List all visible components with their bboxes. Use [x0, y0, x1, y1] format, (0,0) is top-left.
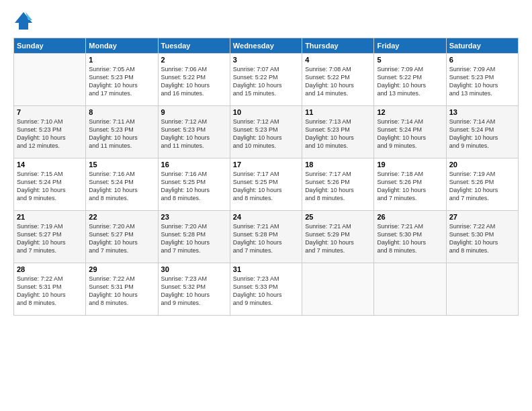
calendar-cell: 11Sunrise: 7:13 AM Sunset: 5:23 PM Dayli… — [302, 106, 374, 158]
day-info: Sunrise: 7:06 AM Sunset: 5:22 PM Dayligh… — [161, 65, 227, 98]
day-info: Sunrise: 7:20 AM Sunset: 5:28 PM Dayligh… — [161, 222, 227, 255]
day-number: 21 — [17, 213, 83, 221]
calendar-cell: 26Sunrise: 7:21 AM Sunset: 5:30 PM Dayli… — [374, 211, 446, 263]
calendar-cell: 15Sunrise: 7:16 AM Sunset: 5:24 PM Dayli… — [86, 158, 158, 211]
calendar-cell: 25Sunrise: 7:21 AM Sunset: 5:29 PM Dayli… — [302, 211, 374, 263]
day-info: Sunrise: 7:23 AM Sunset: 5:33 PM Dayligh… — [233, 275, 299, 308]
day-number: 1 — [89, 56, 154, 64]
weekday-header: Sunday — [14, 38, 86, 54]
calendar-cell: 2Sunrise: 7:06 AM Sunset: 5:22 PM Daylig… — [158, 54, 230, 106]
weekday-header: Tuesday — [158, 38, 230, 54]
day-number: 5 — [377, 56, 443, 64]
day-number: 6 — [449, 56, 515, 64]
day-number: 31 — [233, 265, 299, 273]
calendar-cell: 20Sunrise: 7:19 AM Sunset: 5:26 PM Dayli… — [446, 158, 518, 211]
day-number: 3 — [233, 56, 299, 64]
calendar-cell: 17Sunrise: 7:17 AM Sunset: 5:25 PM Dayli… — [230, 158, 302, 211]
calendar-cell: 6Sunrise: 7:09 AM Sunset: 5:23 PM Daylig… — [446, 54, 518, 106]
day-info: Sunrise: 7:13 AM Sunset: 5:23 PM Dayligh… — [305, 118, 371, 150]
day-info: Sunrise: 7:17 AM Sunset: 5:25 PM Dayligh… — [233, 170, 299, 203]
calendar-cell: 21Sunrise: 7:19 AM Sunset: 5:27 PM Dayli… — [14, 211, 86, 263]
svg-marker-0 — [15, 12, 32, 30]
day-info: Sunrise: 7:09 AM Sunset: 5:23 PM Dayligh… — [449, 65, 515, 98]
day-info: Sunrise: 7:14 AM Sunset: 5:24 PM Dayligh… — [449, 118, 515, 150]
calendar-cell: 12Sunrise: 7:14 AM Sunset: 5:24 PM Dayli… — [374, 106, 446, 158]
calendar-cell — [14, 54, 86, 106]
weekday-header: Wednesday — [230, 38, 302, 54]
calendar-cell: 16Sunrise: 7:16 AM Sunset: 5:25 PM Dayli… — [158, 158, 230, 211]
calendar-cell: 29Sunrise: 7:22 AM Sunset: 5:31 PM Dayli… — [86, 263, 158, 316]
calendar-week-row: 28Sunrise: 7:22 AM Sunset: 5:31 PM Dayli… — [14, 263, 519, 316]
day-info: Sunrise: 7:09 AM Sunset: 5:22 PM Dayligh… — [377, 65, 443, 98]
day-number: 24 — [233, 213, 299, 221]
day-number: 28 — [17, 265, 83, 273]
calendar-cell: 1Sunrise: 7:05 AM Sunset: 5:23 PM Daylig… — [86, 54, 158, 106]
day-number: 9 — [161, 108, 227, 116]
day-info: Sunrise: 7:22 AM Sunset: 5:30 PM Dayligh… — [449, 222, 515, 255]
day-number: 25 — [305, 213, 371, 221]
day-number: 4 — [305, 56, 371, 64]
calendar-cell — [302, 263, 374, 316]
calendar-cell: 14Sunrise: 7:15 AM Sunset: 5:24 PM Dayli… — [14, 158, 86, 211]
day-info: Sunrise: 7:22 AM Sunset: 5:31 PM Dayligh… — [89, 275, 154, 308]
weekday-header: Saturday — [446, 38, 518, 54]
day-number: 27 — [449, 213, 515, 221]
calendar-cell — [446, 263, 518, 316]
calendar-header-row: SundayMondayTuesdayWednesdayThursdayFrid… — [14, 38, 519, 54]
weekday-header: Thursday — [302, 38, 374, 54]
calendar-cell: 31Sunrise: 7:23 AM Sunset: 5:33 PM Dayli… — [230, 263, 302, 316]
day-info: Sunrise: 7:16 AM Sunset: 5:24 PM Dayligh… — [89, 170, 154, 203]
day-info: Sunrise: 7:11 AM Sunset: 5:23 PM Dayligh… — [89, 118, 154, 150]
day-info: Sunrise: 7:18 AM Sunset: 5:26 PM Dayligh… — [377, 170, 443, 203]
calendar-week-row: 14Sunrise: 7:15 AM Sunset: 5:24 PM Dayli… — [14, 158, 519, 211]
header — [13, 11, 519, 31]
calendar-cell: 3Sunrise: 7:07 AM Sunset: 5:22 PM Daylig… — [230, 54, 302, 106]
day-number: 16 — [161, 161, 227, 169]
day-number: 17 — [233, 161, 299, 169]
day-info: Sunrise: 7:14 AM Sunset: 5:24 PM Dayligh… — [377, 118, 443, 150]
calendar-cell — [374, 263, 446, 316]
day-number: 19 — [377, 161, 443, 169]
calendar-cell: 18Sunrise: 7:17 AM Sunset: 5:26 PM Dayli… — [302, 158, 374, 211]
weekday-header: Monday — [86, 38, 158, 54]
day-number: 22 — [89, 213, 154, 221]
calendar-cell: 22Sunrise: 7:20 AM Sunset: 5:27 PM Dayli… — [86, 211, 158, 263]
day-info: Sunrise: 7:16 AM Sunset: 5:25 PM Dayligh… — [161, 170, 227, 203]
calendar-cell: 5Sunrise: 7:09 AM Sunset: 5:22 PM Daylig… — [374, 54, 446, 106]
day-info: Sunrise: 7:19 AM Sunset: 5:27 PM Dayligh… — [17, 222, 83, 255]
day-number: 18 — [305, 161, 371, 169]
day-info: Sunrise: 7:15 AM Sunset: 5:24 PM Dayligh… — [17, 170, 83, 203]
day-number: 2 — [161, 56, 227, 64]
day-info: Sunrise: 7:12 AM Sunset: 5:23 PM Dayligh… — [233, 118, 299, 150]
day-info: Sunrise: 7:21 AM Sunset: 5:30 PM Dayligh… — [377, 222, 443, 255]
day-info: Sunrise: 7:22 AM Sunset: 5:31 PM Dayligh… — [17, 275, 83, 308]
day-info: Sunrise: 7:19 AM Sunset: 5:26 PM Dayligh… — [449, 170, 515, 203]
calendar-cell: 23Sunrise: 7:20 AM Sunset: 5:28 PM Dayli… — [158, 211, 230, 263]
day-number: 14 — [17, 161, 83, 169]
calendar-cell: 4Sunrise: 7:08 AM Sunset: 5:22 PM Daylig… — [302, 54, 374, 106]
day-number: 29 — [89, 265, 154, 273]
day-info: Sunrise: 7:21 AM Sunset: 5:28 PM Dayligh… — [233, 222, 299, 255]
page: SundayMondayTuesdayWednesdayThursdayFrid… — [0, 0, 532, 411]
calendar-week-row: 21Sunrise: 7:19 AM Sunset: 5:27 PM Dayli… — [14, 211, 519, 263]
day-number: 7 — [17, 108, 83, 116]
day-number: 13 — [449, 108, 515, 116]
calendar-week-row: 1Sunrise: 7:05 AM Sunset: 5:23 PM Daylig… — [14, 54, 519, 106]
weekday-header: Friday — [374, 38, 446, 54]
day-number: 12 — [377, 108, 443, 116]
day-info: Sunrise: 7:08 AM Sunset: 5:22 PM Dayligh… — [305, 65, 371, 98]
day-info: Sunrise: 7:07 AM Sunset: 5:22 PM Dayligh… — [233, 65, 299, 98]
calendar-cell: 10Sunrise: 7:12 AM Sunset: 5:23 PM Dayli… — [230, 106, 302, 158]
calendar-cell: 27Sunrise: 7:22 AM Sunset: 5:30 PM Dayli… — [446, 211, 518, 263]
logo-icon — [13, 11, 34, 31]
day-info: Sunrise: 7:12 AM Sunset: 5:23 PM Dayligh… — [161, 118, 227, 150]
calendar-cell: 7Sunrise: 7:10 AM Sunset: 5:23 PM Daylig… — [14, 106, 86, 158]
calendar-table: SundayMondayTuesdayWednesdayThursdayFrid… — [13, 38, 519, 316]
day-number: 20 — [449, 161, 515, 169]
day-number: 23 — [161, 213, 227, 221]
calendar-week-row: 7Sunrise: 7:10 AM Sunset: 5:23 PM Daylig… — [14, 106, 519, 158]
day-number: 15 — [89, 161, 154, 169]
calendar-cell: 30Sunrise: 7:23 AM Sunset: 5:32 PM Dayli… — [158, 263, 230, 316]
day-info: Sunrise: 7:23 AM Sunset: 5:32 PM Dayligh… — [161, 275, 227, 308]
calendar-cell: 28Sunrise: 7:22 AM Sunset: 5:31 PM Dayli… — [14, 263, 86, 316]
